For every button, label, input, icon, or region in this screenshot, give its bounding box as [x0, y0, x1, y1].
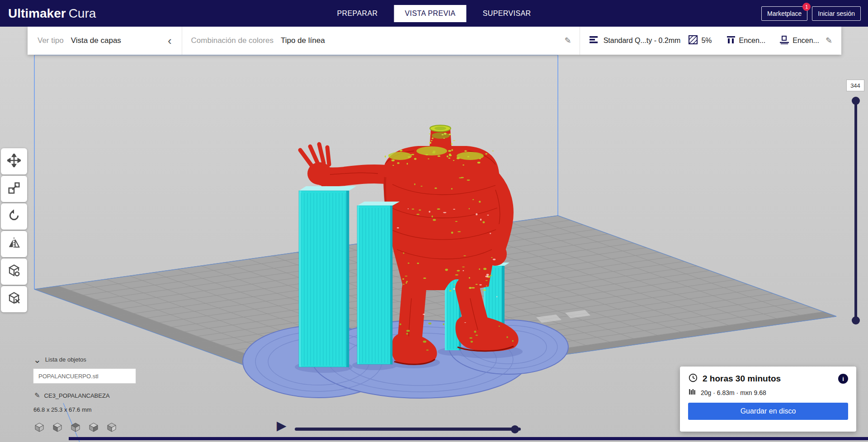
header-actions: Marketplace 1 Iniciar sesión — [761, 6, 861, 21]
view-preset-right-button[interactable] — [106, 421, 118, 433]
object-list-title: Lista de objetos — [45, 356, 86, 363]
view-preset-front-button[interactable] — [52, 421, 63, 433]
current-layer-indicator: 344 — [846, 80, 864, 91]
move-icon — [7, 154, 21, 169]
per-model-settings-icon — [7, 264, 21, 279]
mirror-icon — [7, 236, 21, 252]
timeline-handle[interactable] — [511, 425, 519, 433]
marketplace-label: Marketplace — [767, 10, 802, 17]
model-dimensions: 66.8 x 25.3 x 67.6 mm — [33, 406, 92, 413]
support-value: Encen... — [739, 37, 766, 45]
profile-value: Standard Q...ty - 0.2mm — [604, 37, 681, 45]
rotate-tool-button[interactable] — [1, 203, 27, 230]
notification-badge: 1 — [802, 3, 811, 11]
color-scheme-label: Combinación de colores — [191, 36, 274, 45]
rotate-icon — [7, 209, 21, 224]
view-preset-3d-button[interactable] — [33, 421, 45, 433]
cura-app-window: UltimakerCura PREPARAR VISTA PREVIA SUPE… — [0, 0, 868, 442]
view-type-value[interactable]: Vista de capas — [71, 36, 121, 45]
app-header: UltimakerCura PREPARAR VISTA PREVIA SUPE… — [0, 0, 868, 27]
printer-row: ✎ CE3_POPALANCABEZA — [34, 391, 110, 400]
logo-cura: Cura — [69, 6, 96, 20]
print-time: 2 horas 30 minutos — [703, 374, 781, 384]
scale-icon — [7, 181, 21, 197]
infill-value: 5% — [701, 37, 712, 45]
view-type-label: Ver tipo — [38, 36, 64, 45]
support-structure-front[interactable] — [299, 186, 400, 367]
app-logo: UltimakerCura — [8, 6, 96, 21]
support-icon — [726, 34, 736, 47]
color-scheme-section: Combinación de colores Tipo de línea ✎ — [182, 27, 580, 55]
timeline-track[interactable] — [295, 428, 521, 431]
tab-supervisar[interactable]: SUPERVISAR — [483, 9, 531, 18]
stage-tabs: PREPARAR VISTA PREVIA SUPERVISAR — [337, 0, 531, 27]
adhesion-icon — [779, 34, 790, 47]
marketplace-button[interactable]: Marketplace 1 — [761, 6, 807, 21]
edit-printer-icon[interactable]: ✎ — [34, 391, 40, 400]
infill-icon — [688, 34, 698, 47]
material-usage-icon — [688, 388, 696, 397]
per-model-settings-tool-button[interactable] — [1, 259, 27, 285]
view-presets — [33, 421, 118, 433]
object-list-item[interactable]: POPALANCUERPO.stl — [33, 368, 136, 384]
scale-tool-button[interactable] — [1, 176, 27, 202]
layer-height-icon — [588, 34, 599, 47]
adhesion-value: Encen... — [793, 37, 819, 45]
view-preset-top-button[interactable] — [70, 421, 81, 433]
view-type-section: Ver tipo Vista de capas ‹ — [28, 27, 182, 55]
layer-slider-handle-bottom[interactable] — [852, 316, 860, 324]
collapse-chevron-icon[interactable]: ‹ — [168, 35, 172, 47]
save-to-disk-button[interactable]: Guardar en disco — [688, 403, 848, 420]
material-row: 20g · 6.83m · mxn 9.68 — [688, 388, 848, 397]
tab-vista-previa[interactable]: VISTA PREVIA — [394, 5, 467, 22]
chevron-down-icon: ⌄ — [33, 357, 41, 362]
material-usage: 20g · 6.83m · mxn 9.68 — [701, 389, 766, 396]
print-settings-section[interactable]: Standard Q...ty - 0.2mm 5% Encen... Ence… — [580, 27, 841, 55]
color-scheme-value[interactable]: Tipo de línea — [281, 36, 325, 45]
layer-slider-handle-top[interactable] — [852, 97, 860, 105]
sign-in-button[interactable]: Iniciar sesión — [812, 6, 861, 21]
support-blocker-tool-button[interactable] — [1, 286, 27, 312]
play-button[interactable]: ▶ — [277, 419, 287, 432]
edit-color-scheme-icon[interactable]: ✎ — [565, 36, 571, 46]
print-time-row: 2 horas 30 minutos i — [688, 373, 848, 385]
tool-column — [1, 148, 27, 312]
support-blocker-icon — [7, 292, 21, 307]
tab-preparar[interactable]: PREPARAR — [337, 9, 377, 18]
front-disallowed-edge — [69, 437, 868, 440]
edit-print-settings-icon[interactable]: ✎ — [826, 36, 832, 46]
object-list-toggle[interactable]: ⌄ Lista de objetos — [33, 356, 86, 363]
move-tool-button[interactable] — [1, 148, 27, 174]
mirror-tool-button[interactable] — [1, 231, 27, 257]
logo-ultimaker: Ultimaker — [8, 6, 66, 20]
clock-icon — [688, 373, 698, 385]
printer-name: CE3_POPALANCABEZA — [44, 392, 110, 399]
view-preset-left-button[interactable] — [88, 421, 99, 433]
layer-slider-track[interactable] — [854, 100, 857, 320]
view-toolbar: Ver tipo Vista de capas ‹ Combinación de… — [28, 27, 841, 55]
info-icon[interactable]: i — [838, 374, 848, 384]
print-summary-card: 2 horas 30 minutos i 20g · 6.83m · mxn 9… — [680, 367, 856, 432]
